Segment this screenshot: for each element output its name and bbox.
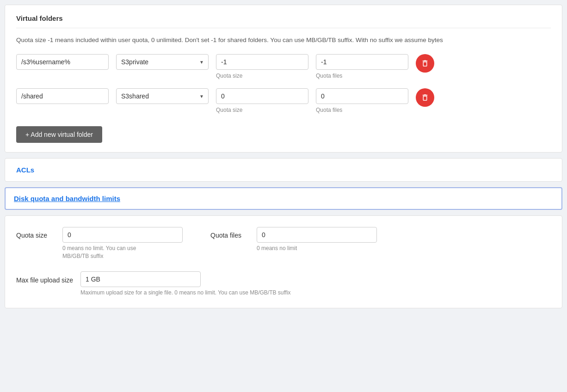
virtual-folder-row-1: S3private S3shared ▼ Quota size Quota fi…: [16, 54, 551, 79]
add-virtual-folder-button[interactable]: + Add new virtual folder: [16, 126, 102, 143]
quota-size-input-group: 0 means no limit. You can use MB/GB/TB s…: [62, 227, 183, 260]
virtual-folders-title: Virtual folders: [16, 14, 551, 28]
quota-size-label-1: Quota size: [216, 73, 308, 79]
quota-fields-section: Quota size 0 means no limit. You can use…: [5, 215, 562, 308]
quota-files-field-label: Quota files: [210, 227, 247, 239]
vf-storage-select-wrapper-1: S3private S3shared ▼: [116, 54, 209, 70]
vf-quota-files-input-1[interactable]: [316, 54, 408, 70]
acls-section: ACLs: [5, 158, 562, 182]
vf-quota-files-group-1: Quota files: [316, 54, 408, 79]
vf-quota-size-group-1: Quota size: [216, 54, 308, 79]
max-upload-label: Max file upload size: [16, 271, 73, 285]
max-upload-input[interactable]: [80, 271, 201, 287]
virtual-folder-row-2: S3private S3shared ▼ Quota size Quota fi…: [16, 88, 551, 113]
virtual-folders-section: Virtual folders Quota size -1 means incl…: [5, 5, 562, 153]
quota-size-hint: 0 means no limit. You can use MB/GB/TB s…: [62, 245, 183, 260]
disk-quota-section: Disk quota and bandwidth limits: [5, 187, 562, 210]
max-upload-row: Max file upload size Maximum upload size…: [16, 271, 551, 297]
disk-quota-link[interactable]: Disk quota and bandwidth limits: [14, 195, 120, 202]
vf-quota-size-group-2: Quota size: [216, 88, 308, 113]
delete-vf-button-1[interactable]: [416, 54, 434, 73]
vf-storage-select-2[interactable]: S3private S3shared: [116, 88, 209, 104]
max-upload-hint: Maximum upload size for a single file. 0…: [80, 289, 291, 297]
quota-files-label-2: Quota files: [316, 107, 408, 113]
vf-quota-size-input-2[interactable]: [216, 88, 308, 104]
vf-path-input-1[interactable]: [16, 54, 109, 70]
quota-files-label-1: Quota files: [316, 73, 408, 79]
delete-vf-button-2[interactable]: [416, 88, 434, 107]
quota-size-label-2: Quota size: [216, 107, 308, 113]
quota-files-input[interactable]: [257, 227, 377, 243]
quota-top-row: Quota size 0 means no limit. You can use…: [16, 227, 551, 260]
trash-icon-2: [421, 93, 429, 102]
quota-files-hint: 0 means no limit: [257, 245, 377, 252]
quota-size-field-label: Quota size: [16, 227, 53, 239]
virtual-folders-info: Quota size -1 means included within user…: [16, 36, 551, 45]
vf-storage-select-wrapper-2: S3private S3shared ▼: [116, 88, 209, 104]
vf-path-input-2[interactable]: [16, 88, 109, 104]
vf-quota-files-group-2: Quota files: [316, 88, 408, 113]
add-folder-button-label: + Add new virtual folder: [25, 131, 93, 138]
quota-size-group: Quota size 0 means no limit. You can use…: [16, 227, 183, 260]
vf-quota-files-input-2[interactable]: [316, 88, 408, 104]
acls-title: ACLs: [16, 166, 551, 174]
quota-size-input[interactable]: [62, 227, 183, 243]
quota-files-group: Quota files 0 means no limit: [210, 227, 377, 260]
trash-icon-1: [421, 59, 429, 67]
vf-quota-size-input-1[interactable]: [216, 54, 308, 70]
max-upload-input-group: Maximum upload size for a single file. 0…: [80, 271, 291, 297]
quota-files-input-group: 0 means no limit: [257, 227, 377, 252]
vf-storage-select-1[interactable]: S3private S3shared: [116, 54, 209, 70]
